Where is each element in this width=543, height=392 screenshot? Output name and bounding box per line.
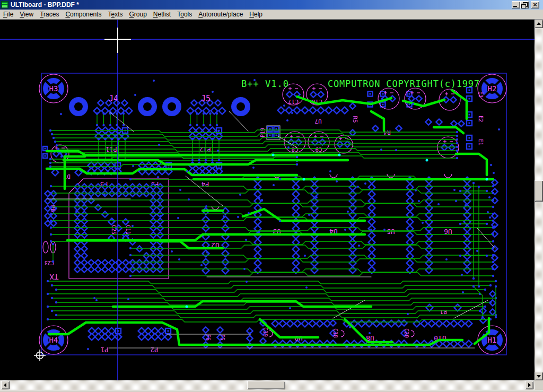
resistor-r4[interactable]: R4 [371,124,404,136]
mounting-hole-h4[interactable]: H4 [39,326,68,354]
ref-label[interactable]: R5 [352,116,358,123]
capacitor[interactable] [335,135,353,153]
window-bottom-frame [0,390,543,392]
header-p1[interactable]: P1 [86,326,122,353]
scrollbar-corner [535,380,543,390]
down-arrow-icon [537,375,541,378]
component[interactable] [486,289,500,317]
horizontal-scrollbar-thumb[interactable] [247,381,285,389]
window-title: ULTIboard - BPP.DDF * [11,1,79,8]
menu-item-tools[interactable]: Tools [174,10,195,19]
ref-label[interactable]: H4 [49,336,58,344]
ref-label[interactable]: H2 [488,84,497,93]
menu-item-netlist[interactable]: Netlist [150,10,174,19]
minimize-button[interactable] [512,1,520,8]
origin-marker [34,350,46,361]
ref-label[interactable]: U7 [314,118,321,125]
vertical-scrollbar-thumb[interactable] [535,180,543,202]
scroll-right-button[interactable] [525,381,533,389]
minimize-icon [513,6,517,7]
ref-label[interactable]: E2 [478,116,484,122]
ref-label[interactable]: P1 [101,346,108,353]
component[interactable] [365,88,375,110]
board-version-text[interactable]: B++ V1.0 [241,79,289,89]
component[interactable] [246,326,255,351]
application-window: ULTIboard - BPP.DDF * × FileViewTracesCo… [0,0,543,392]
resistor-r5[interactable]: R5 [348,102,358,137]
component[interactable] [488,178,502,205]
ref-label[interactable]: J5 [201,94,211,103]
menu-item-help[interactable]: Help [246,10,266,19]
pcb-drawing[interactable]: H3H2H4H1J4J5P11P12P3P5P4P1P2P19P6C25C11U… [0,20,535,380]
ref-label[interactable]: P12 [199,145,211,153]
close-button[interactable]: × [531,1,539,8]
ref-label[interactable]: R1 [440,308,446,315]
menu-item-components[interactable]: Components [62,10,104,19]
menu-item-file[interactable]: File [0,10,16,19]
connector-j5[interactable]: J5 [162,80,250,117]
resistor-r1[interactable]: R1 [424,302,463,315]
ref-label[interactable]: TX [49,273,58,281]
ref-label[interactable]: E1 [478,139,484,145]
app-icon[interactable] [1,1,8,8]
menu-bar: FileViewTracesComponentsTextsGroupNetlis… [0,10,543,20]
capacitor-c11[interactable]: C11 [122,217,131,242]
left-arrow-icon [4,383,6,387]
up-arrow-icon [537,22,541,25]
component[interactable] [424,117,443,127]
ref-label[interactable]: C8 [291,146,298,153]
ref-label[interactable]: F5 [220,334,225,341]
ref-label[interactable]: H3 [49,84,58,93]
restore-button[interactable] [520,1,529,8]
ref-label[interactable]: C17 [288,98,299,105]
menu-item-traces[interactable]: Traces [37,10,62,19]
ref-label[interactable]: E3 [478,91,484,98]
ref-label[interactable]: C20 [404,328,409,338]
component-c20[interactable]: C20 [400,318,409,348]
ref-label[interactable]: C9 [315,146,322,153]
component[interactable] [477,306,489,325]
board-copyright-text[interactable]: COMPUTRON COPYRIGHT(c)1997 [328,79,480,89]
header-p2[interactable]: P2 [136,326,172,353]
ref-label[interactable]: C19 [262,327,268,337]
scroll-left-button[interactable] [1,381,10,389]
component-e1[interactable]: E1 [463,133,484,152]
ref-label[interactable]: P2 [151,346,158,353]
ref-label[interactable]: C18 [332,328,338,338]
menu-item-autoroute-place[interactable]: Autoroute/place [195,10,246,19]
scroll-up-button[interactable] [535,20,543,28]
mounting-hole-h1[interactable]: H1 [478,326,506,354]
pga-socket[interactable] [69,179,169,278]
capacitor-c8[interactable]: C8 [284,132,305,153]
right-arrow-icon [528,383,531,387]
scroll-down-button[interactable] [535,372,543,380]
menu-item-group[interactable]: Group [126,10,150,19]
title-bar[interactable]: ULTIboard - BPP.DDF * × [0,0,543,10]
connector-j4[interactable]: J4 [69,80,156,117]
vertical-scrollbar[interactable] [535,20,543,380]
ref-label[interactable]: P19 [260,128,266,137]
ref-label[interactable]: F6 [205,334,211,341]
ic-u7[interactable]: U7 [275,105,348,125]
ref-label[interactable]: C25 [111,225,117,234]
close-icon: × [531,1,539,8]
silkscreen-text[interactable]: B++ V1.0COMPUTRON COPYRIGHT(c)1997 [241,79,480,89]
mounting-hole-h2[interactable]: H2 [478,74,506,103]
ref-label[interactable]: P4 [202,180,209,188]
menu-item-texts[interactable]: Texts [104,10,126,19]
ref-label[interactable]: J4 [109,94,118,103]
mounting-hole-h3[interactable]: H3 [39,74,68,103]
pcb-canvas[interactable]: H3H2H4H1J4J5P11P12P3P5P4P1P2P19P6C25C11U… [0,20,535,380]
ref-label[interactable]: H1 [488,336,497,344]
horizontal-scrollbar[interactable] [0,380,535,390]
component-c18[interactable]: C18 [329,318,338,348]
menu-item-view[interactable]: View [16,10,37,19]
ref-label[interactable]: C11 [125,225,131,234]
capacitor-c9[interactable]: C9 [308,132,329,153]
